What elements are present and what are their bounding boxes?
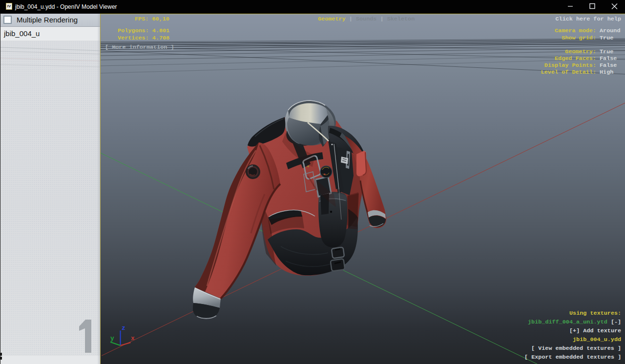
svg-text:z: z (122, 324, 125, 332)
svg-text:y: y (110, 335, 114, 342)
svg-text:x: x (131, 335, 135, 342)
